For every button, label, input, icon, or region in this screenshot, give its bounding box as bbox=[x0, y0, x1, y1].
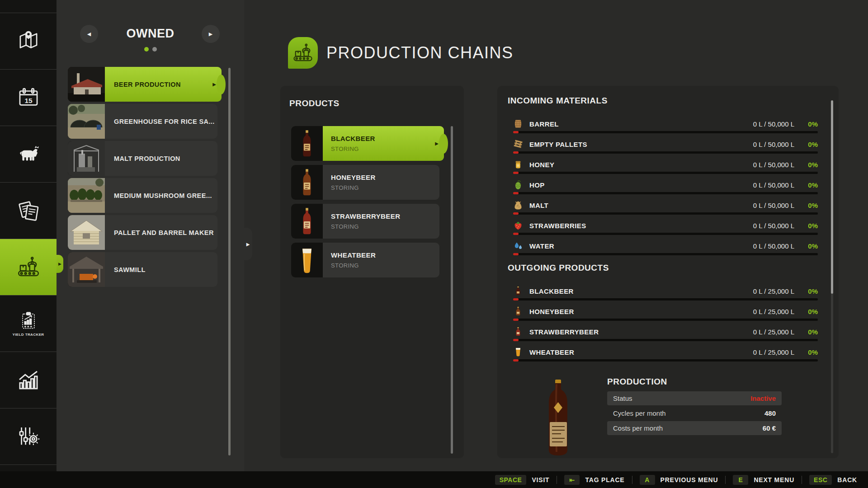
fill-bar bbox=[513, 319, 818, 321]
product-fill-percent: 0% bbox=[794, 287, 818, 295]
owned-item-pallet-barrel-maker[interactable]: PALLET AND BARREL MAKER bbox=[68, 215, 217, 250]
tab-settings[interactable] bbox=[0, 408, 57, 465]
owned-item-beer-production[interactable]: BEER PRODUCTION ▶ bbox=[68, 67, 222, 102]
hotkey-divider bbox=[557, 476, 557, 484]
page-icon-badge bbox=[288, 37, 318, 69]
barrel-icon bbox=[513, 119, 523, 129]
fill-bar-value bbox=[513, 298, 519, 300]
outgoing-products-title: OUTGOING PRODUCTS bbox=[508, 263, 609, 273]
owned-item-mushroom-greenhouse[interactable]: MEDIUM MUSHROOM GREE... bbox=[68, 178, 217, 213]
owned-item-label: SAWMILL bbox=[114, 266, 146, 273]
a-key: A bbox=[640, 475, 655, 485]
honey-jar-icon bbox=[513, 160, 523, 169]
hotkey-label: NEXT MENU bbox=[754, 476, 794, 483]
honeybeer-bottle-image bbox=[299, 168, 315, 197]
strawberry-icon bbox=[513, 221, 523, 230]
tab-production-chains[interactable] bbox=[0, 239, 57, 296]
material-name: HONEY bbox=[529, 161, 753, 169]
page-dot[interactable] bbox=[152, 47, 157, 52]
production-row-label: Status bbox=[613, 394, 632, 402]
owned-item-label: PALLET AND BARREL MAKER bbox=[114, 229, 214, 236]
product-item-strawberrybeer[interactable]: STRAWBERRYBEER STORING bbox=[291, 204, 439, 239]
product-thumbnail bbox=[291, 204, 323, 239]
material-row-barrel: BARREL 0 L / 50,000 L 0% bbox=[513, 117, 818, 138]
production-detail-panel: INCOMING MATERIALS BARREL 0 L / 50,000 L… bbox=[497, 86, 839, 458]
hotkey-label: TAG PLACE bbox=[585, 476, 624, 483]
detail-scrollbar-thumb[interactable] bbox=[831, 100, 833, 294]
strawberrybeer-bottle-icon bbox=[513, 327, 523, 337]
hotkey-divider bbox=[802, 476, 802, 484]
material-fill-percent: 0% bbox=[794, 120, 818, 128]
product-item-wheatbeer[interactable]: WHEATBEER STORING bbox=[291, 243, 439, 277]
building-thumbnail bbox=[68, 178, 105, 213]
hotkey-label: VISIT bbox=[532, 476, 549, 483]
malt-sack-icon bbox=[513, 200, 523, 210]
product-name: BLACKBEER bbox=[331, 135, 444, 142]
owned-next-page-button[interactable]: ▶ bbox=[202, 25, 220, 43]
water-drops-icon bbox=[513, 241, 523, 251]
hotkey-divider bbox=[725, 476, 726, 484]
owned-list-scrollbar[interactable] bbox=[228, 68, 231, 455]
material-fill-level: 0 L / 50,000 L bbox=[753, 141, 794, 148]
tab-calendar[interactable]: 15 bbox=[0, 70, 57, 126]
material-row-honey: HONEY 0 L / 50,000 L 0% bbox=[513, 158, 818, 178]
space-key: SPACE bbox=[495, 475, 527, 485]
product-status: STORING bbox=[331, 262, 439, 269]
pallets-icon bbox=[513, 139, 523, 149]
arrow-right-icon: ▶ bbox=[212, 82, 216, 87]
material-fill-percent: 0% bbox=[794, 242, 818, 250]
products-list: BLACKBEER STORING ▶ HONEYBEER STORING bbox=[291, 126, 439, 282]
owned-item-malt-production[interactable]: MALT PRODUCTION bbox=[68, 141, 217, 176]
fill-bar-value bbox=[513, 172, 519, 174]
page-dot-active[interactable] bbox=[144, 47, 149, 52]
product-item-blackbeer[interactable]: BLACKBEER STORING ▶ bbox=[291, 126, 444, 161]
production-chain-icon bbox=[15, 254, 42, 280]
owned-panel-expander[interactable]: ▶ bbox=[244, 228, 252, 260]
wheatbeer-glass-icon bbox=[513, 347, 523, 357]
hotkey-label: BACK bbox=[837, 476, 857, 483]
material-fill-percent: 0% bbox=[794, 222, 818, 230]
product-row-name: STRAWBERRYBEER bbox=[529, 328, 753, 336]
arrow-right-icon: ▶ bbox=[58, 262, 61, 266]
material-fill-percent: 0% bbox=[794, 202, 818, 209]
owned-item-label: GREENHOUSE FOR RICE SA... bbox=[114, 118, 215, 125]
blackbeer-bottle-image bbox=[299, 129, 315, 158]
fill-bar-value bbox=[513, 339, 519, 341]
tab-map[interactable] bbox=[0, 13, 57, 70]
product-thumbnail bbox=[291, 126, 323, 161]
building-thumbnail bbox=[68, 67, 105, 102]
owned-item-greenhouse-rice[interactable]: GREENHOUSE FOR RICE SA... bbox=[68, 104, 217, 139]
strawberrybeer-bottle-image bbox=[299, 207, 315, 236]
fill-bar-value bbox=[513, 233, 519, 235]
product-row-name: BLACKBEER bbox=[529, 287, 753, 295]
incoming-materials-list: BARREL 0 L / 50,000 L 0% EMPTY PALLETS 0… bbox=[513, 117, 818, 260]
tab-animals[interactable] bbox=[0, 126, 57, 183]
products-panel: PRODUCTS BLACKBEER STORING ▶ bbox=[280, 86, 464, 458]
tab-contracts[interactable] bbox=[0, 183, 57, 239]
material-name: STRAWBERRIES bbox=[529, 222, 753, 230]
owned-page-dots bbox=[57, 47, 244, 52]
owned-item-sawmill[interactable]: SAWMILL bbox=[68, 252, 217, 287]
active-tab-bump: ▶ bbox=[57, 255, 63, 273]
material-fill-level: 0 L / 50,000 L bbox=[753, 120, 794, 128]
product-item-honeybeer[interactable]: HONEYBEER STORING bbox=[291, 165, 439, 200]
production-chain-icon bbox=[291, 41, 315, 65]
product-row-blackbeer: BLACKBEER 0 L / 25,000 L 0% bbox=[513, 285, 818, 305]
building-thumbnail bbox=[68, 252, 105, 287]
wheatbeer-glass-image bbox=[299, 246, 315, 275]
material-row-strawberries: STRAWBERRIES 0 L / 50,000 L 0% bbox=[513, 219, 818, 239]
tab-yield-tracker[interactable]: YIELD TRACKER bbox=[0, 296, 57, 352]
products-scrollbar[interactable] bbox=[451, 126, 453, 454]
incoming-materials-title: INCOMING MATERIALS bbox=[508, 96, 608, 106]
iconbar-spacer bbox=[0, 0, 57, 13]
production-row-status: Status Inactive bbox=[607, 391, 782, 405]
hotkey-bar: SPACE VISIT ⇤ TAG PLACE A PREVIOUS MENU … bbox=[0, 471, 868, 488]
fill-bar bbox=[513, 131, 818, 133]
detail-scrollbar[interactable] bbox=[831, 100, 833, 453]
product-fill-percent: 0% bbox=[794, 308, 818, 315]
hotkey-previous-menu: A PREVIOUS MENU bbox=[640, 475, 718, 485]
fill-bar bbox=[513, 212, 818, 215]
tab-statistics[interactable] bbox=[0, 352, 57, 408]
honeybeer-bottle-icon bbox=[513, 306, 523, 316]
product-row-honeybeer: HONEYBEER 0 L / 25,000 L 0% bbox=[513, 305, 818, 325]
